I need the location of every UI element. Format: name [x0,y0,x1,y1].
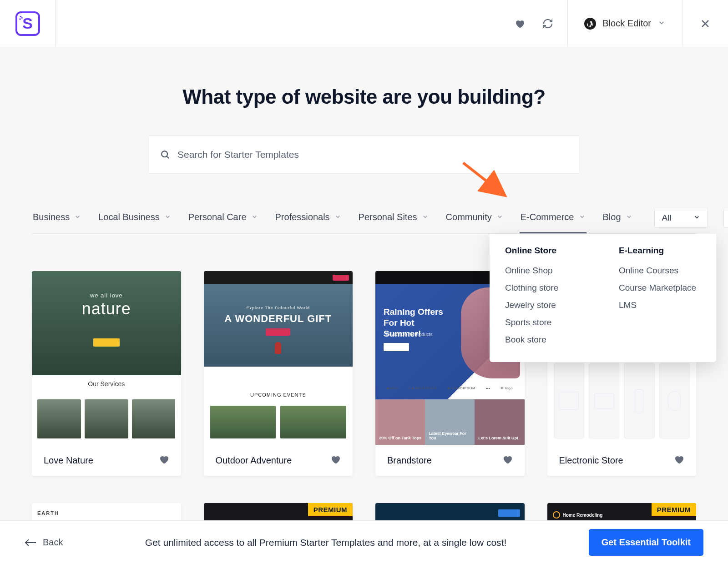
bottom-bar: Back Get unlimited access to all Premium… [0,520,728,564]
svg-point-1 [162,151,167,157]
cat-personal-care[interactable]: Personal Care [187,206,259,233]
dropdown-item[interactable]: Course Marketplace [619,279,701,297]
search-box[interactable] [148,136,580,174]
dropdown-item[interactable]: LMS [619,297,701,314]
dropdown-heading: E-Learning [619,246,701,256]
chevron-down-icon [422,212,429,222]
template-title: Love Nature [44,455,93,466]
chevron-down-icon [579,212,586,222]
template-title: Electronic Store [559,455,623,466]
dropdown-heading: Online Store [505,246,587,256]
filter-all-select[interactable]: All [654,208,708,228]
favorites-icon[interactable] [514,18,526,30]
chevron-down-icon [693,213,700,223]
favorite-icon[interactable] [330,454,341,467]
wordpress-icon [584,18,596,30]
top-bar: S Block Editor [0,0,728,47]
cat-local-business[interactable]: Local Business [97,206,172,233]
cat-business[interactable]: Business [32,206,82,233]
dropdown-item[interactable]: Sports store [505,314,587,331]
editor-label: Block Editor [602,18,651,29]
favorite-icon[interactable] [158,454,169,467]
chevron-down-icon [496,212,503,222]
dropdown-item[interactable]: Jewelry store [505,297,587,314]
cat-ecommerce[interactable]: E-Commerce [520,206,586,233]
template-thumbnail: we all love nature Our Services [32,271,181,445]
premium-badge: PREMIUM [652,503,696,516]
chevron-down-icon [164,212,171,222]
starter-templates-logo: S [15,11,40,36]
page-builder-selector[interactable]: Block Editor [567,0,682,47]
chevron-down-icon [251,212,258,222]
template-thumbnail: Explore The Colourful World A WONDERFUL … [204,271,353,445]
category-nav: Business Local Business Personal Care Pr… [32,206,696,234]
cat-blog[interactable]: Blog [602,206,633,233]
chevron-down-icon [657,19,666,29]
template-card-outdoor-adventure[interactable]: Explore The Colourful World A WONDERFUL … [204,271,353,476]
cat-community[interactable]: Community [445,206,504,233]
dropdown-item[interactable]: Online Shop [505,262,587,279]
dropdown-item[interactable]: Clothing store [505,279,587,297]
upsell-message: Get unlimited access to all Premium Star… [72,537,579,548]
chevron-down-icon [334,212,341,222]
search-icon [160,150,170,160]
dropdown-item[interactable]: Online Courses [619,262,701,279]
favorite-icon[interactable] [502,454,513,467]
chevron-down-icon [626,212,632,222]
sort-select[interactable]: Popular [723,208,728,228]
template-title: Brandstore [387,455,432,466]
search-input[interactable] [177,149,568,160]
template-title: Outdoor Adventure [216,455,292,466]
dropdown-item[interactable]: Book store [505,331,587,348]
back-button[interactable]: Back [25,537,63,548]
page-title: What type of website are you building? [0,86,728,108]
cat-personal-sites[interactable]: Personal Sites [358,206,430,233]
sync-icon[interactable] [542,18,554,30]
arrow-left-icon [25,539,36,547]
logo-wrap: S [0,0,56,47]
close-button[interactable] [682,0,728,47]
chevron-down-icon [74,212,81,222]
dropdown-col-online-store: Online Store Online Shop Clothing store … [505,246,587,348]
ecommerce-dropdown: Online Store Online Shop Clothing store … [490,234,716,362]
cat-professionals[interactable]: Professionals [274,206,342,233]
dropdown-col-elearning: E-Learning Online Courses Course Marketp… [619,246,701,348]
topbar-actions [514,18,567,30]
favorite-icon[interactable] [673,454,684,467]
template-card-love-nature[interactable]: we all love nature Our Services Love Nat… [32,271,181,476]
get-toolkit-button[interactable]: Get Essential Toolkit [589,529,703,556]
premium-badge: PREMIUM [308,503,353,516]
